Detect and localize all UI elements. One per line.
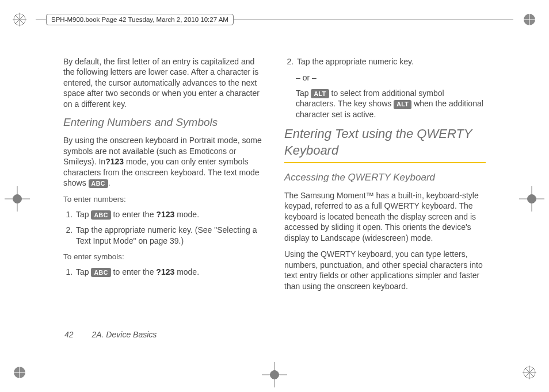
step-sym-1-post: mode.	[174, 267, 199, 276]
abc-key-icon: ABC	[91, 210, 110, 220]
right-column: Tap the appropriate numeric key. – or – …	[284, 56, 486, 324]
heading-qwerty-keyboard: Entering Text using the QWERTY Keyboard	[284, 125, 486, 159]
enter-numbers-step-2: Tap the appropriate numeric key. (See "S…	[75, 225, 265, 246]
section-title: 2A. Device Basics	[92, 330, 157, 339]
heading-numbers-and-symbols: Entering Numbers and Symbols	[63, 115, 265, 129]
crop-mark-mid-right	[519, 186, 544, 212]
step-num-1-pre: Tap	[76, 210, 91, 219]
qwerty-paragraph-1: The Samsung Moment™ has a built-in, keyb…	[284, 190, 486, 243]
crop-mark-bottom-center	[262, 362, 287, 387]
enter-numbers-steps: Tap ABC to enter the ?123 mode. Tap the …	[75, 209, 265, 246]
registration-mark-bottom-left	[13, 366, 26, 379]
enter-symbols-step-2: Tap the appropriate numeric key.	[296, 56, 486, 67]
to-enter-numbers-label: To enter numbers:	[63, 194, 265, 205]
step-sym-1-bold: ?123	[156, 267, 174, 276]
abc-key-icon: ABC	[89, 179, 108, 189]
registration-mark-top-right	[523, 13, 536, 26]
page-footer: 42 2A. Device Basics	[64, 330, 157, 339]
step-sym-1-pre: Tap	[76, 267, 91, 276]
enter-symbols-steps: Tap ABC to enter the ?123 mode.	[75, 267, 265, 277]
symbols-alt-instruction: Tap ALT to select from additional symbol…	[296, 88, 486, 120]
alt-key-icon: ALT	[311, 89, 329, 98]
sym-alt-pre: Tap	[296, 89, 311, 98]
nums-para-post: .	[108, 178, 110, 187]
crop-mark-mid-left	[5, 186, 30, 212]
enter-symbols-steps-continued: Tap the appropriate numeric key.	[296, 56, 486, 67]
alt-key-icon: ALT	[394, 100, 411, 109]
abc-key-icon: ABC	[91, 268, 110, 277]
qwerty-paragraph-2: Using the QWERTY keyboard, you can type …	[284, 249, 486, 291]
to-enter-symbols-label: To enter symbols:	[63, 252, 265, 262]
enter-numbers-step-1: Tap ABC to enter the ?123 mode.	[75, 209, 265, 220]
step-num-1-bold: ?123	[156, 210, 174, 219]
registration-mark-bottom-right	[523, 366, 536, 379]
enter-symbols-step-1: Tap ABC to enter the ?123 mode.	[75, 267, 265, 277]
numbers-symbols-paragraph: By using the onscreen keyboard in Portra…	[63, 135, 265, 188]
nums-para-mode-bold: ?123	[105, 157, 124, 166]
intro-paragraph: By default, the first letter of an entry…	[63, 56, 265, 109]
step-num-1-mid: to enter the	[111, 210, 157, 219]
page-number: 42	[64, 330, 74, 339]
heading-underline	[284, 162, 486, 163]
document-header-tab: SPH-M900.book Page 42 Tuesday, March 2, …	[46, 14, 234, 25]
left-column: By default, the first letter of an entry…	[63, 56, 265, 324]
or-separator: – or –	[296, 72, 486, 83]
heading-accessing-qwerty: Accessing the QWERTY Keyboard	[284, 171, 486, 184]
page-content: By default, the first letter of an entry…	[63, 56, 486, 324]
step-sym-1-mid: to enter the	[111, 267, 157, 276]
step-num-1-post: mode.	[174, 210, 199, 219]
registration-mark-top-left	[13, 13, 26, 26]
